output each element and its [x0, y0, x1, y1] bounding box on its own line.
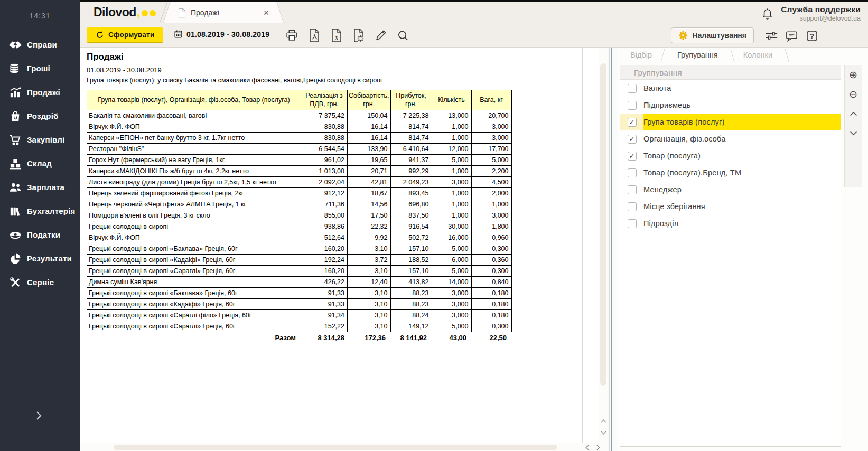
row-value: 192,24	[301, 255, 348, 266]
dilovod-logo[interactable]: Dilovod,	[94, 5, 156, 20]
grouping-item[interactable]: Місце зберігання	[620, 198, 841, 215]
add-grouping-button[interactable]: ⊕	[847, 69, 859, 80]
sidebar-item-zakupivli[interactable]: Закупівлі	[0, 128, 80, 152]
grouping-item[interactable]: Товар (послуга).Бренд, ТМ	[620, 164, 841, 181]
table-row[interactable]: Листя винограду (для долми) Греція брутт…	[87, 177, 512, 188]
table-row[interactable]: Перець червоний «Чері+фета» АЛМІТА Греці…	[87, 199, 512, 210]
grouping-item[interactable]: Підрозділ	[620, 215, 841, 232]
table-row[interactable]: Грецькі солодощі в сиропі938,8622,32916,…	[87, 221, 512, 232]
search-icon[interactable]	[396, 28, 409, 42]
row-value: 814,74	[390, 133, 432, 144]
report-settings-icon[interactable]	[352, 28, 365, 42]
table-row[interactable]: Вірчук Ф.Й. ФОП512,649,92502,7216,0000,9…	[87, 232, 512, 243]
excel-export-icon[interactable]: X	[330, 28, 343, 42]
sidebar-item-rezultaty[interactable]: Результати	[0, 247, 80, 270]
clock: 14:31	[0, 12, 80, 20]
move-up-button[interactable]	[847, 108, 859, 119]
checkbox[interactable]	[628, 219, 637, 228]
checkbox[interactable]	[628, 84, 637, 93]
table-row[interactable]: Каперси «МАКІДОНІКІ ГІ» ж/б брутто 4кг, …	[87, 166, 512, 177]
table-row[interactable]: Грецькі солодощі в сиропі «Сараглі» Грец…	[87, 321, 512, 332]
scroll-left-button[interactable]	[583, 443, 591, 451]
vertical-scrollbar[interactable]	[599, 48, 608, 443]
checkbox[interactable]: ✓	[628, 135, 637, 144]
row-value: 3,000	[471, 133, 511, 144]
date-range-picker[interactable]: 01.08.2019 - 30.08.2019	[174, 30, 269, 39]
grouping-item[interactable]: ✓Група товарів (послуг)	[620, 114, 841, 130]
grouping-item[interactable]: Підприємець	[620, 97, 841, 114]
sidebar-item-spravy[interactable]: Справи	[0, 33, 80, 57]
checkbox[interactable]: ✓	[628, 118, 637, 127]
row-value: 17,50	[348, 210, 391, 221]
sidebar-item-prodazhi[interactable]: Продажі	[0, 80, 80, 104]
table-row[interactable]: Грецькі солодощі в сиропі «Сараглі» Грец…	[87, 266, 512, 277]
grouping-item[interactable]: ✓Товар (послуга)	[620, 147, 841, 164]
checkbox[interactable]	[628, 185, 637, 194]
row-value: 16,14	[348, 133, 391, 144]
row-value: 6,000	[432, 255, 471, 266]
sidebar-item-buhgalteria[interactable]: Бухгалтерія	[0, 199, 80, 223]
table-row[interactable]: Каперси «ЕГІОН» пет банку брутто 3 кг, 1…	[87, 133, 512, 144]
panel-tab-відбір[interactable]: Відбір	[618, 48, 665, 62]
row-value: 157,10	[390, 266, 432, 277]
table-row[interactable]: Бакалія та смаколики фасовані, вагові7 3…	[87, 110, 512, 121]
notification-bell-icon[interactable]	[761, 7, 773, 21]
panel-splitter[interactable]	[608, 48, 617, 451]
tab-close-icon[interactable]: ×	[259, 7, 273, 18]
checkbox[interactable]: ✓	[628, 152, 637, 161]
table-row[interactable]: Горох Нут (фермерський) на вагу Греція, …	[87, 155, 512, 166]
table-row[interactable]: Грецькі солодощі в сиропі «Кадаіфі» Грец…	[87, 299, 512, 310]
table-row[interactable]: Ресторан "ФілінS"6 544,54133,906 410,641…	[87, 144, 512, 155]
report-table-body: Бакалія та смаколики фасовані, вагові7 3…	[87, 110, 512, 332]
table-row[interactable]: Перець зелений фарширований фетою Греція…	[87, 188, 512, 199]
checkbox[interactable]	[628, 168, 637, 177]
horizontal-scrollbar[interactable]	[80, 443, 608, 451]
panel-tab-групування[interactable]: Групування	[665, 48, 731, 62]
horizontal-scrollbar-thumb[interactable]	[114, 445, 557, 450]
settings-button[interactable]: Налаштування	[671, 27, 754, 43]
scroll-down-button[interactable]	[599, 428, 608, 437]
scroll-right-button[interactable]	[594, 443, 602, 451]
sidebar-item-servis[interactable]: Сервіс	[0, 270, 80, 294]
generate-button[interactable]: Сформувати	[87, 27, 163, 43]
table-row[interactable]: Вірчук Ф.Й. ФОП830,8816,14814,741,0003,0…	[87, 121, 512, 133]
pdf-export-icon[interactable]	[307, 28, 321, 42]
printer-icon[interactable]	[285, 28, 298, 42]
edit-pencil-icon[interactable]	[374, 28, 387, 42]
row-value: 22,32	[348, 221, 391, 232]
sidebar-item-podatky[interactable]: Податки	[0, 223, 80, 247]
table-row[interactable]: Помідори в'ялені в олії Греція, 3 кг скл…	[87, 210, 512, 221]
sidebar-item-zarplata[interactable]: Зарплата	[0, 175, 80, 199]
sidebar-item-sklad[interactable]: Склад	[0, 152, 80, 175]
grouping-item[interactable]: Валюта	[620, 80, 841, 97]
row-value: 912,12	[301, 188, 348, 199]
topbar: Dilovod, Продажі × Служба поддержки supp…	[80, 2, 868, 23]
vertical-scrollbar-thumb[interactable]	[600, 63, 606, 386]
sidebar-item-rozdrib[interactable]: Роздріб	[0, 104, 80, 128]
table-row[interactable]: Грецькі солодощі в сиропі «Баклава» Грец…	[87, 288, 512, 299]
table-row[interactable]: Димна суміш Кав'ярня426,2212,40413,8214,…	[87, 277, 512, 288]
help-icon[interactable]: ?	[805, 29, 818, 43]
filter-sliders-icon[interactable]	[765, 29, 778, 43]
logo-dot	[142, 10, 148, 16]
table-row[interactable]: Грецькі солодощі в сиропі «Сараглі філо»…	[87, 310, 512, 321]
checkbox[interactable]	[628, 101, 637, 110]
table-row[interactable]: Грецькі солодощі в сиропі «Баклава» Грец…	[87, 243, 512, 255]
move-down-button[interactable]	[847, 127, 859, 139]
sidebar-item-hroshi[interactable]: Гроші	[0, 57, 80, 80]
tab-prodazhi[interactable]: Продажі ×	[171, 2, 276, 23]
panel-tab-колонки[interactable]: Колонки	[731, 48, 785, 62]
sales-chart-icon	[8, 86, 22, 99]
grouping-item[interactable]: Менеджер	[620, 181, 841, 198]
remove-grouping-button[interactable]: ⊖	[847, 88, 859, 100]
sidebar-collapse-button[interactable]	[33, 409, 45, 422]
support-email[interactable]: support@delovod.ua	[781, 15, 861, 22]
row-value: 6 410,64	[390, 144, 432, 155]
scroll-up-button[interactable]	[599, 416, 608, 426]
table-row[interactable]: Грецькі солодощі в сиропі «Кадаіфі» Грец…	[87, 255, 512, 266]
chat-icon[interactable]	[785, 29, 798, 43]
row-value: 0,360	[471, 255, 511, 266]
checkbox[interactable]	[628, 202, 637, 211]
grouping-item[interactable]: ✓Організація, фіз.особа	[620, 130, 841, 147]
row-value: 5,000	[432, 321, 471, 332]
